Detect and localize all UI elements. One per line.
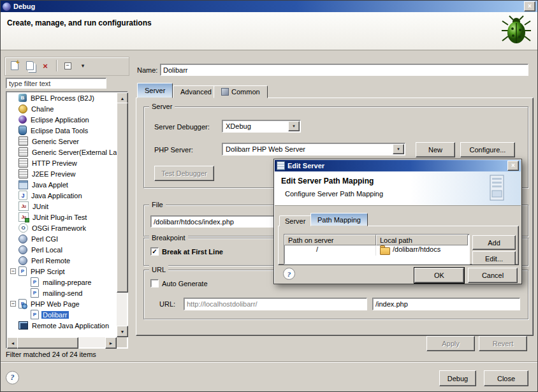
auto-generate-label[interactable]: Auto Generate [162, 280, 208, 287]
new-server-button[interactable]: New [416, 142, 455, 157]
edit-server-dialog: Edit Server × Edit Server Path Mapping C… [273, 159, 522, 284]
java-applet-icon [18, 180, 28, 189]
tab-advanced[interactable]: Advanced [173, 85, 219, 98]
name-input[interactable] [160, 64, 528, 76]
perl-icon [18, 235, 27, 243]
tree-item[interactable]: Perl Remote [7, 255, 117, 266]
revert-button: Revert [479, 336, 527, 351]
dialog-header-band: Create, manage, and run configurations [1, 12, 537, 50]
footer-separator [1, 361, 538, 363]
perl-icon [18, 245, 27, 254]
configure-server-button[interactable]: Configure... [460, 142, 515, 157]
scrollbar-corner [117, 337, 127, 347]
tree-item[interactable]: JUnit [7, 201, 117, 212]
tree-item-php-web-page[interactable]: −PHP Web Page [7, 298, 117, 309]
tree-item-dolibarr-selected[interactable]: Dolibarr [7, 309, 117, 320]
server-path-cell: / [284, 245, 376, 256]
dialog-help-button[interactable]: ? [283, 268, 295, 280]
tree-item[interactable]: Eclipse Application [7, 114, 117, 125]
php-web-page-icon [18, 299, 27, 309]
tree-item[interactable]: OSGi Framework [7, 222, 117, 233]
collapse-expander-icon[interactable]: − [10, 301, 16, 307]
tree-item[interactable]: Java Applet [7, 179, 117, 190]
chain-icon [18, 105, 27, 113]
tree-item-php-script[interactable]: −PHP Script [7, 266, 117, 277]
cancel-button[interactable]: Cancel [468, 268, 518, 283]
perl-icon [18, 256, 27, 265]
column-header-path-on-server[interactable]: Path on server [284, 235, 376, 245]
path-mapping-row[interactable]: / /dolibarr/htdocs [284, 245, 468, 256]
scroll-right-icon[interactable]: ► [105, 337, 117, 349]
config-toolbar: + × − ▾ [4, 57, 129, 76]
server-dialog-icon [277, 161, 285, 170]
php-file-icon [31, 310, 39, 319]
chevron-down-icon[interactable]: ▼ [288, 121, 300, 131]
header-title: Create, manage, and run configurations [7, 18, 152, 27]
dialog-tab-server[interactable]: Server [279, 215, 311, 226]
test-debugger-button: Test Debugger [154, 166, 214, 181]
tree-horizontal-scrollbar[interactable]: ◄ ► [7, 337, 117, 347]
tree-item[interactable]: BPEL Process (B2J) [7, 92, 117, 103]
scroll-down-icon[interactable]: ▼ [117, 326, 128, 337]
tree-vertical-scrollbar[interactable]: ▲ ▼ [117, 92, 127, 337]
tree-item[interactable]: HTTP Preview [7, 157, 117, 168]
tree-item[interactable]: J2EE Preview [7, 168, 117, 179]
url-path-input[interactable] [372, 298, 520, 310]
tree-item[interactable]: JUnit Plug-in Test [7, 212, 117, 222]
eclipse-app-icon [3, 3, 11, 11]
vertical-scroll-thumb[interactable] [117, 103, 128, 293]
close-button[interactable]: Close [484, 370, 528, 386]
php-server-label: PHP Server: [154, 146, 193, 154]
dialog-tab-path-mapping[interactable]: Path Mapping [310, 213, 368, 226]
delete-configuration-button[interactable]: × [38, 59, 52, 73]
php-file-icon [31, 277, 39, 287]
collapse-all-button[interactable]: − [61, 59, 75, 73]
tree-item[interactable]: Eclipse Data Tools [7, 125, 117, 136]
break-at-first-line-label[interactable]: Break at First Line [162, 248, 223, 256]
server-stack-icon [489, 174, 505, 202]
window-titlebar[interactable]: Debug × [1, 1, 537, 12]
tree-item[interactable]: Chaîne [7, 103, 117, 114]
collapse-expander-icon[interactable]: − [10, 268, 16, 274]
osgi-framework-icon [18, 223, 28, 233]
auto-generate-checkbox[interactable] [150, 279, 159, 287]
column-header-local-path[interactable]: Local path [376, 235, 468, 245]
tree-item[interactable]: Remote Java Application [7, 320, 117, 331]
tree-item[interactable]: Perl Local [7, 244, 117, 255]
edit-mapping-button[interactable]: Edit... [472, 251, 516, 265]
tree-item[interactable]: mailing-send [7, 287, 117, 298]
dialog-title: Edit Server [287, 162, 507, 170]
horizontal-scroll-thumb[interactable] [17, 337, 78, 349]
help-button[interactable]: ? [6, 371, 19, 384]
filter-input[interactable] [6, 78, 106, 89]
tree-item[interactable]: Perl CGI [7, 233, 117, 244]
tree-item[interactable]: mailing-prepare [7, 277, 117, 287]
server-debugger-select[interactable]: XDebug ▼ [222, 120, 301, 133]
junit-plugin-icon [18, 212, 29, 222]
debug-button[interactable]: Debug [439, 370, 476, 386]
dialog-close-button[interactable]: × [507, 161, 519, 171]
dialog-titlebar[interactable]: Edit Server × [275, 160, 521, 171]
configurations-tree: BPEL Process (B2J) Chaîne Eclipse Applic… [6, 91, 128, 349]
java-application-icon [18, 191, 27, 200]
bpel-process-icon [18, 94, 27, 102]
add-mapping-button[interactable]: Add [472, 235, 516, 250]
tree-item[interactable]: Java Application [7, 190, 117, 201]
window-close-button[interactable]: × [524, 1, 535, 11]
php-server-select[interactable]: Dolibarr PHP Web Server ▼ [222, 143, 405, 156]
ok-button[interactable]: OK [414, 268, 464, 283]
break-at-first-line-checkbox[interactable]: ✓ [150, 247, 159, 256]
chevron-down-icon[interactable]: ▼ [393, 144, 404, 154]
path-mapping-panel: Path on server Local path / /dolibarr/ht… [278, 226, 519, 265]
url-label: URL: [159, 300, 175, 308]
tree-item[interactable]: Generic Server(External La [7, 147, 117, 157]
tree-item[interactable]: Generic Server [7, 136, 117, 147]
local-path-cell: /dolibarr/htdocs [393, 245, 440, 256]
tab-common[interactable]: Common [214, 85, 268, 98]
new-configuration-button[interactable]: + [8, 59, 22, 73]
dialog-header-band: Edit Server Path Mapping Configure Serve… [275, 171, 521, 206]
tab-server[interactable]: Server [137, 83, 173, 98]
filter-menu-button[interactable]: ▾ [76, 59, 90, 73]
duplicate-configuration-button[interactable] [23, 59, 37, 73]
junit-icon [18, 201, 29, 211]
